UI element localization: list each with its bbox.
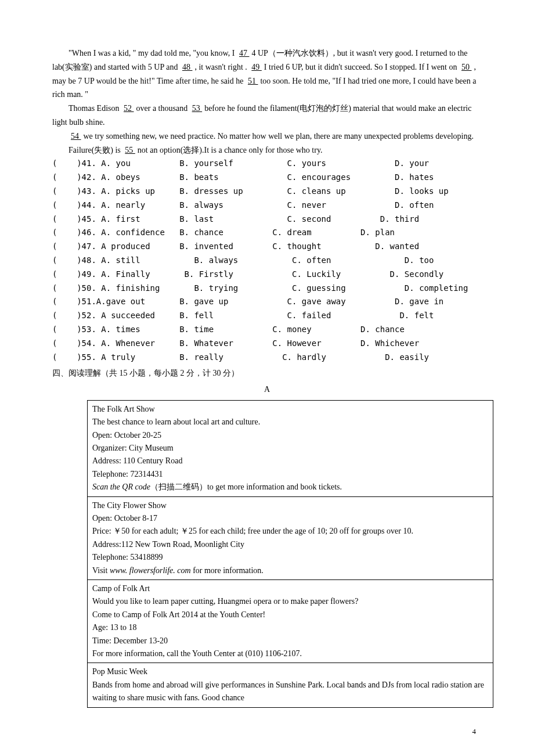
question-50: ( )50. A. finishing B. trying C. guessin… bbox=[52, 282, 482, 296]
blank-49: 49 bbox=[249, 63, 264, 71]
blank-54: 54 bbox=[68, 132, 84, 141]
question-51: ( )51.A.gave out B. gave up C. gave away… bbox=[52, 295, 482, 309]
passage-paragraph-3: 54 we try something new, we need practic… bbox=[52, 129, 482, 143]
table-row: Camp of Folk Art Would you like to learn… bbox=[88, 580, 493, 663]
question-43: ( )43. A. picks up B. dresses up C. clea… bbox=[52, 185, 482, 199]
ad-line: Organizer: City Museum bbox=[92, 442, 488, 455]
passage-paragraph-2: Thomas Edison 52 over a thousand 53 befo… bbox=[52, 102, 482, 129]
passage-paragraph-1: "When I was a kid, " my dad told me, "yo… bbox=[52, 46, 482, 102]
ad-line: Open: October 8-17 bbox=[92, 512, 488, 525]
page-number: 4 bbox=[52, 725, 482, 738]
passage-paragraph-4: Failure(失败) is 55 not an option(选择).It i… bbox=[52, 143, 482, 157]
table-row: The Folk Art Show The best chance to lea… bbox=[88, 400, 493, 496]
ad-line: Address: 110 Century Road bbox=[92, 455, 488, 467]
text: for more information. bbox=[191, 566, 264, 575]
ad-line: For more information, call the Youth Cen… bbox=[92, 647, 488, 660]
ad-line: The City Flower Show bbox=[92, 499, 488, 512]
text: over a thousand bbox=[136, 104, 190, 113]
text: （扫描二维码）to get more information and book … bbox=[150, 483, 342, 491]
question-53: ( )53. A. times B. time C. money D. chan… bbox=[52, 323, 482, 337]
question-42: ( )42. A. obeys B. beats C. encourages D… bbox=[52, 171, 482, 185]
ad-camp-folk-art: Camp of Folk Art Would you like to learn… bbox=[88, 580, 493, 663]
table-row: The City Flower Show Open: October 8-17 … bbox=[88, 496, 493, 579]
ad-folk-art-show: The Folk Art Show The best chance to lea… bbox=[88, 400, 493, 496]
section-4-title: 四、阅读理解（共 15 小题，每小题 2 分，计 30 分） bbox=[52, 366, 482, 380]
ad-line: Scan the QR code（扫描二维码）to get more infor… bbox=[92, 481, 488, 494]
blank-51: 51 bbox=[246, 77, 261, 85]
blank-48: 48 bbox=[180, 63, 195, 71]
ad-line: Bands from home and abroad will give per… bbox=[92, 679, 488, 705]
question-44: ( )44. A. nearly B. always C. never D. o… bbox=[52, 199, 482, 213]
ad-line: Open: October 20-25 bbox=[92, 429, 488, 442]
blank-55: 55 bbox=[122, 146, 138, 154]
blank-47: 47 bbox=[237, 49, 252, 57]
ad-line: Age: 13 to 18 bbox=[92, 621, 488, 634]
italic-text: www. flowersforlife. com bbox=[110, 566, 191, 575]
question-49: ( )49. A. Finally B. Firstly C. Luckily … bbox=[52, 268, 482, 282]
ad-city-flower-show: The City Flower Show Open: October 8-17 … bbox=[88, 496, 493, 579]
ad-line: Telephone: 53418899 bbox=[92, 551, 488, 564]
question-54: ( )54. A. Whenever B. Whatever C. Howeve… bbox=[52, 337, 482, 351]
blank-53: 53 bbox=[190, 104, 205, 113]
ad-line: Telephone: 72314431 bbox=[92, 468, 488, 481]
ad-line: Camp of Folk Art bbox=[92, 582, 488, 595]
text: not an option(选择).It is a chance only fo… bbox=[138, 146, 323, 154]
ad-line: The best chance to learn about local art… bbox=[92, 416, 488, 429]
text: Failure(失败) is bbox=[68, 146, 122, 154]
blank-52: 52 bbox=[121, 104, 136, 113]
ad-line: Price: ￥50 for each adult; ￥25 for each … bbox=[92, 525, 488, 538]
table-row: Pop Music Week Bands from home and abroa… bbox=[88, 663, 493, 707]
ad-line: Would you like to learn paper cutting, H… bbox=[92, 595, 488, 608]
question-48: ( )48. A. still B. always C. often D. to… bbox=[52, 254, 482, 268]
question-45: ( )45. A. first B. last C. second D. thi… bbox=[52, 213, 482, 226]
text: "When I was a kid, " my dad told me, "yo… bbox=[68, 49, 237, 57]
ad-line: Come to Camp of Folk Art 2014 at the You… bbox=[92, 609, 488, 621]
ad-line: Address:112 New Town Road, Moonlight Cit… bbox=[92, 538, 488, 551]
text: we try something new, we need practice. … bbox=[84, 132, 474, 141]
text: Thomas Edison bbox=[68, 104, 121, 113]
question-52: ( )52. A succeeded B. fell C. failed D. … bbox=[52, 309, 482, 323]
ads-table: The Folk Art Show The best chance to lea… bbox=[87, 400, 493, 708]
question-55: ( )55. A truly B. really C. hardly D. ea… bbox=[52, 351, 482, 365]
ad-line: Pop Music Week bbox=[92, 665, 488, 678]
question-47: ( )47. A produced B. invented C. thought… bbox=[52, 240, 482, 254]
blank-50: 50 bbox=[459, 63, 474, 71]
question-41: ( )41. A. you B. yourself C. yours D. yo… bbox=[52, 157, 482, 171]
text: I tried 6 UP, but it didn't succeed. So … bbox=[264, 63, 459, 71]
question-46: ( )46. A. confidence B. chance C. dream … bbox=[52, 226, 482, 240]
italic-text: Scan the QR code bbox=[92, 483, 150, 491]
ad-line: The Folk Art Show bbox=[92, 403, 488, 416]
ad-pop-music-week: Pop Music Week Bands from home and abroa… bbox=[88, 663, 493, 707]
text: Visit bbox=[92, 566, 110, 575]
passage-label-a: A bbox=[52, 383, 482, 397]
ad-line: Visit www. flowersforlife. com for more … bbox=[92, 564, 488, 577]
ad-line: Time: December 13-20 bbox=[92, 635, 488, 647]
text: , it wasn't right . bbox=[194, 63, 249, 71]
